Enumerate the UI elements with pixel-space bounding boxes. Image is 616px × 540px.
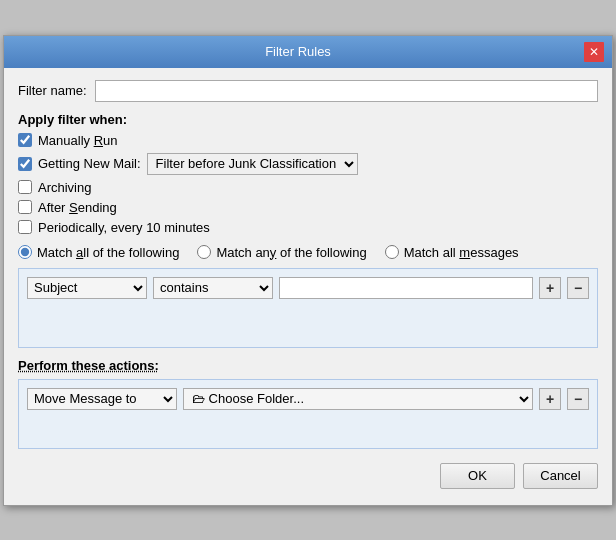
condition-remove-button[interactable]: − <box>567 277 589 299</box>
filter-name-input[interactable] <box>95 80 598 102</box>
conditions-box: Subject From To Date Size contains doesn… <box>18 268 598 348</box>
filter-name-row: Filter name: <box>18 80 598 102</box>
junk-classification-dropdown[interactable]: Filter before Junk Classification Filter… <box>147 153 358 175</box>
button-row: OK Cancel <box>18 463 598 493</box>
condition-field-select[interactable]: Subject From To Date Size <box>27 277 147 299</box>
condition-operator-select[interactable]: contains doesn't contain is isn't begins… <box>153 277 273 299</box>
getting-new-mail-label: Getting New Mail: <box>38 156 141 171</box>
action-add-button[interactable]: + <box>539 388 561 410</box>
match-all-option: Match all of the following <box>18 245 179 260</box>
after-sending-row: After Sending <box>18 200 598 215</box>
close-button[interactable]: ✕ <box>584 42 604 62</box>
action-type-select[interactable]: Move Message to Copy Message to Delete M… <box>27 388 177 410</box>
filter-name-label: Filter name: <box>18 83 87 98</box>
periodically-row: Periodically, every 10 minutes <box>18 220 598 235</box>
action-row: Move Message to Copy Message to Delete M… <box>27 388 589 410</box>
archiving-label: Archiving <box>38 180 91 195</box>
match-any-label: Match any of the following <box>216 245 366 260</box>
dialog-title: Filter Rules <box>12 44 584 59</box>
filter-rules-dialog: Filter Rules ✕ Filter name: Apply filter… <box>3 35 613 506</box>
getting-new-mail-row: Getting New Mail: Filter before Junk Cla… <box>18 153 598 175</box>
periodically-checkbox[interactable] <box>18 220 32 234</box>
condition-add-button[interactable]: + <box>539 277 561 299</box>
match-radio-row: Match all of the following Match any of … <box>18 245 598 260</box>
after-sending-label: After Sending <box>38 200 117 215</box>
periodically-label: Periodically, every 10 minutes <box>38 220 210 235</box>
match-all-msgs-radio[interactable] <box>385 245 399 259</box>
match-any-option: Match any of the following <box>197 245 366 260</box>
dialog-body: Filter name: Apply filter when: Manually… <box>4 68 612 505</box>
condition-value-input[interactable] <box>279 277 533 299</box>
action-remove-button[interactable]: − <box>567 388 589 410</box>
ok-button[interactable]: OK <box>440 463 515 489</box>
match-any-radio[interactable] <box>197 245 211 259</box>
manually-run-label: Manually Run <box>38 133 118 148</box>
apply-section-label: Apply filter when: <box>18 112 598 127</box>
match-all-msgs-label: Match all messages <box>404 245 519 260</box>
archiving-row: Archiving <box>18 180 598 195</box>
archiving-checkbox[interactable] <box>18 180 32 194</box>
actions-label: Perform these actions: <box>18 358 598 373</box>
condition-row: Subject From To Date Size contains doesn… <box>27 277 589 299</box>
title-bar: Filter Rules ✕ <box>4 36 612 68</box>
after-sending-checkbox[interactable] <box>18 200 32 214</box>
manually-run-checkbox[interactable] <box>18 133 32 147</box>
cancel-button[interactable]: Cancel <box>523 463 598 489</box>
match-all-label: Match all of the following <box>37 245 179 260</box>
folder-select[interactable]: 🗁 Choose Folder... <box>183 388 533 410</box>
actions-box: Move Message to Copy Message to Delete M… <box>18 379 598 449</box>
getting-new-mail-checkbox[interactable] <box>18 157 32 171</box>
manually-run-row: Manually Run <box>18 133 598 148</box>
match-all-radio[interactable] <box>18 245 32 259</box>
match-all-msgs-option: Match all messages <box>385 245 519 260</box>
